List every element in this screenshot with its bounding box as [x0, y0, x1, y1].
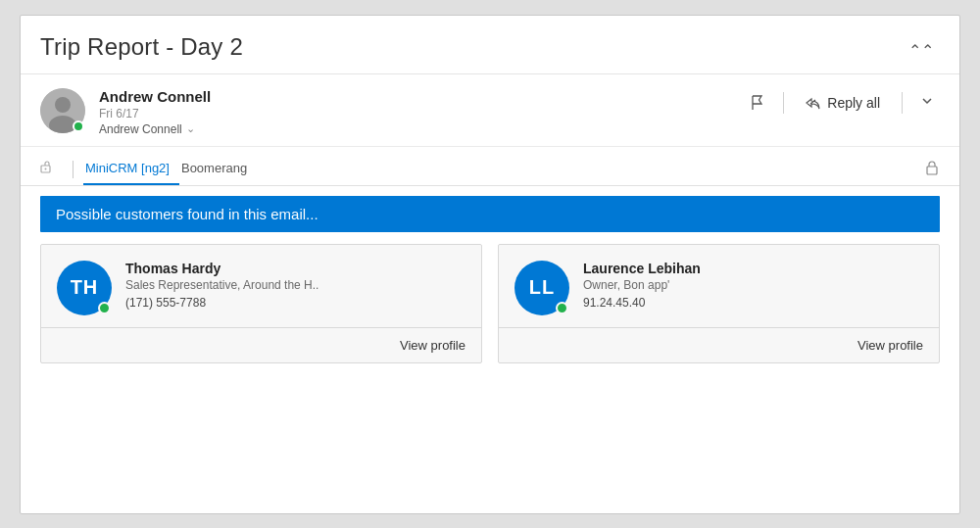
view-profile-button-1[interactable]: View profile — [858, 336, 923, 355]
flag-button[interactable] — [744, 91, 771, 115]
sender-actions: Reply all — [744, 90, 940, 116]
email-card: Trip Report - Day 2 ⌃⌃ Andrew Connell Fr… — [20, 15, 960, 514]
customer-cards: TH Thomas Hardy Sales Representative, Ar… — [40, 244, 940, 363]
sender-date: Fri 6/17 — [99, 107, 211, 120]
sender-to: Andrew Connell ⌄ — [99, 122, 211, 136]
customer-phone-0: (171) 555-7788 — [125, 296, 318, 310]
sender-to-arrow-icon: ⌄ — [186, 122, 195, 135]
customer-online-indicator-1 — [556, 302, 568, 314]
customer-card-1: LL Laurence Lebihan Owner, Bon app' 91.2… — [498, 244, 940, 363]
sender-avatar-wrap — [40, 88, 85, 133]
customer-info-1: Laurence Lebihan Owner, Bon app' 91.24.4… — [583, 261, 701, 310]
chevron-down-icon — [921, 95, 933, 107]
tab-divider — [73, 161, 74, 178]
action-divider — [783, 92, 784, 114]
customer-card-top-1: LL Laurence Lebihan Owner, Bon app' 91.2… — [514, 261, 923, 315]
email-header: Trip Report - Day 2 ⌃⌃ — [21, 16, 959, 74]
collapse-button[interactable]: ⌃⌃ — [903, 37, 940, 64]
action-divider-2 — [902, 92, 903, 114]
plugin-content: Possible customers found in this email..… — [21, 196, 959, 383]
customer-avatar-1: LL — [514, 261, 569, 315]
flag-icon — [750, 95, 765, 111]
customer-title-1: Owner, Bon app' — [583, 278, 701, 292]
plugin-addon-icon — [40, 161, 55, 178]
reply-all-button[interactable]: Reply all — [796, 90, 890, 116]
view-profile-button-0[interactable]: View profile — [400, 336, 466, 355]
email-title: Trip Report - Day 2 — [40, 33, 243, 61]
svg-rect-5 — [927, 167, 937, 174]
customers-banner: Possible customers found in this email..… — [40, 196, 940, 232]
reply-all-icon — [806, 95, 821, 111]
customer-name-0: Thomas Hardy — [125, 261, 318, 276]
customer-name-1: Laurence Lebihan — [583, 261, 701, 276]
svg-point-4 — [45, 168, 47, 170]
lock-icon — [924, 160, 940, 179]
plugin-tabs: MiniCRM [ng2] Boomerang — [21, 147, 959, 186]
customer-card-footer-1: View profile — [499, 327, 939, 362]
tab-boomerang[interactable]: Boomerang — [179, 155, 257, 185]
customer-info-0: Thomas Hardy Sales Representative, Aroun… — [125, 261, 318, 310]
customer-online-indicator-0 — [98, 302, 111, 314]
customer-card-top-0: TH Thomas Hardy Sales Representative, Ar… — [57, 261, 466, 315]
customer-phone-1: 91.24.45.40 — [583, 296, 701, 310]
sender-left: Andrew Connell Fri 6/17 Andrew Connell ⌄ — [40, 88, 211, 136]
sender-name: Andrew Connell — [99, 88, 211, 105]
sender-online-indicator — [73, 120, 84, 132]
customer-card-footer-0: View profile — [41, 327, 481, 362]
customer-avatar-0: TH — [57, 261, 112, 315]
tab-minicrm[interactable]: MiniCRM [ng2] — [83, 155, 179, 185]
sender-info: Andrew Connell Fri 6/17 Andrew Connell ⌄ — [99, 88, 211, 136]
sender-row: Andrew Connell Fri 6/17 Andrew Connell ⌄ — [21, 74, 959, 147]
svg-point-1 — [55, 97, 71, 113]
reply-all-label: Reply all — [827, 95, 880, 111]
customer-title-0: Sales Representative, Around the H.. — [125, 278, 318, 292]
customer-card-0: TH Thomas Hardy Sales Representative, Ar… — [40, 244, 482, 363]
more-actions-button[interactable] — [914, 90, 940, 115]
